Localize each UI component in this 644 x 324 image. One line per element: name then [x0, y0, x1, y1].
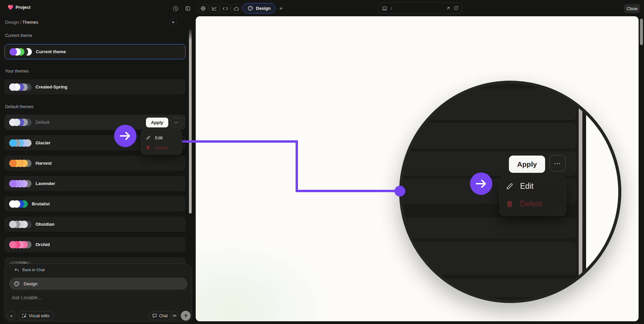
magnified-more-button[interactable]: ⋯ [550, 155, 566, 171]
voice-input-button[interactable] [170, 311, 179, 320]
visual-edits-button[interactable]: Visual edits [18, 311, 53, 320]
section-current-theme-label: Current theme [5, 33, 32, 38]
url-path[interactable]: / [391, 6, 443, 11]
design-tab[interactable]: Design [242, 3, 276, 14]
magnified-annotation-arrow [470, 173, 492, 195]
theme-row-orchid[interactable]: Orchid [4, 237, 186, 252]
plus-icon: + [10, 313, 13, 319]
theme-more-button[interactable]: ⋯ [171, 118, 182, 127]
globe-icon [200, 6, 206, 11]
theme-row-obsidian[interactable]: Obsidian [4, 217, 186, 232]
theme-swatches [9, 160, 31, 167]
swatch-circle [9, 200, 17, 208]
preview-web-button[interactable] [198, 4, 208, 13]
annotation-connector-dot [394, 186, 405, 197]
annotation-connector-line [296, 140, 298, 192]
add-tab-button[interactable]: + [277, 4, 285, 13]
theme-swatches [9, 119, 31, 126]
theme-name: Default [36, 120, 49, 125]
theme-name: Glacier [36, 140, 50, 145]
canvas-scrollbar-thumb[interactable] [640, 19, 643, 45]
history-button[interactable] [171, 4, 180, 13]
return-arrow-icon [15, 268, 19, 272]
magnified-sidebar-scrollbar [579, 84, 582, 303]
palette-icon [14, 281, 20, 287]
swatch-circle [9, 48, 17, 56]
code-icon [222, 6, 228, 11]
sidebar-scrollbar[interactable] [189, 28, 192, 214]
magnified-menu-item-edit[interactable]: Edit [506, 182, 534, 191]
chat-bubble-icon [152, 313, 157, 318]
palette-icon [248, 5, 253, 11]
magnified-context-menu: Edit Delete [499, 176, 566, 216]
cloud-icon [233, 6, 239, 11]
url-bar[interactable]: / [378, 2, 463, 14]
theme-name: Orchid [36, 242, 50, 247]
theme-name: Brutalist [32, 201, 50, 206]
ellipsis-icon: ⋯ [174, 120, 179, 125]
magnified-theme-row [399, 218, 577, 238]
swatch-circle [9, 83, 17, 91]
menu-item-edit[interactable]: Edit [141, 133, 181, 143]
section-default-themes-label: Default themes [5, 104, 34, 109]
section-your-themes-label: Your themes [5, 69, 29, 74]
chat-input[interactable]: Ask Lovable... [12, 295, 42, 300]
back-to-chat-button[interactable]: Back to Chat [15, 268, 45, 272]
trash-icon [506, 200, 513, 208]
close-button[interactable]: Close [624, 4, 640, 13]
device-icon [382, 6, 387, 11]
plus-icon: + [279, 5, 283, 12]
open-external-icon[interactable] [446, 6, 450, 11]
analytics-button[interactable] [209, 4, 219, 13]
attach-button[interactable]: + [7, 311, 16, 320]
swatch-circle [9, 160, 17, 167]
design-tab-label: Design [256, 6, 271, 11]
magnifier-callout: Apply ⋯ Edit Delete [399, 81, 621, 303]
theme-name: Obsidian [36, 222, 55, 227]
theme-name: Created-Spring [36, 84, 67, 89]
magnified-sidebar-edge [582, 84, 586, 303]
arrow-right-icon [475, 179, 487, 189]
magnified-menu-item-delete[interactable]: Delete [506, 199, 542, 208]
theme-swatches [9, 180, 31, 187]
magnified-theme-row [399, 123, 577, 149]
theme-row-current[interactable]: Current theme [4, 44, 186, 59]
theme-swatches [9, 200, 28, 208]
chart-icon [212, 6, 217, 11]
refresh-icon[interactable] [454, 6, 458, 11]
project-title: Project [16, 5, 30, 10]
theme-swatches [9, 139, 31, 147]
swatch-circle [9, 221, 17, 228]
chat-panel: Back to Chat Design Ask Lovable... + Vis… [4, 264, 192, 322]
send-button[interactable] [181, 311, 191, 321]
cloud-button[interactable] [231, 4, 241, 13]
breadcrumb-themes: Themes [22, 20, 38, 25]
theme-name: Current theme [36, 49, 66, 54]
theme-row-lavender[interactable]: Lavender [4, 176, 186, 191]
theme-row-created-spring[interactable]: Created-Spring [4, 79, 186, 95]
history-icon [173, 6, 178, 12]
lovable-logo-icon [7, 4, 14, 10]
theme-name: Harvest [36, 161, 52, 166]
toggle-sidebar-button[interactable] [184, 4, 192, 13]
magnified-apply-button[interactable]: Apply [509, 156, 545, 173]
add-theme-button[interactable]: + [169, 18, 177, 26]
swatch-circle [9, 119, 17, 126]
theme-swatches [9, 241, 31, 248]
chat-mode-button[interactable]: Chat [148, 311, 172, 320]
breadcrumb-design[interactable]: Design [5, 20, 19, 25]
swatch-circle [9, 180, 17, 187]
code-view-button[interactable] [220, 4, 231, 13]
menu-item-delete[interactable]: Delete [141, 143, 181, 153]
trash-icon [146, 145, 150, 150]
waveform-icon [172, 313, 177, 318]
apply-theme-button[interactable]: Apply [146, 118, 168, 127]
theme-row-harvest[interactable]: Harvest [4, 156, 186, 171]
theme-row-brutalist[interactable]: Brutalist [4, 196, 186, 211]
swatch-circle [9, 241, 17, 248]
plus-icon: + [172, 19, 175, 25]
annotation-arrow-badge [114, 125, 136, 147]
visual-edits-icon [22, 313, 26, 318]
chat-mode-design-chip[interactable]: Design [9, 278, 188, 290]
theme-swatches [9, 48, 32, 56]
